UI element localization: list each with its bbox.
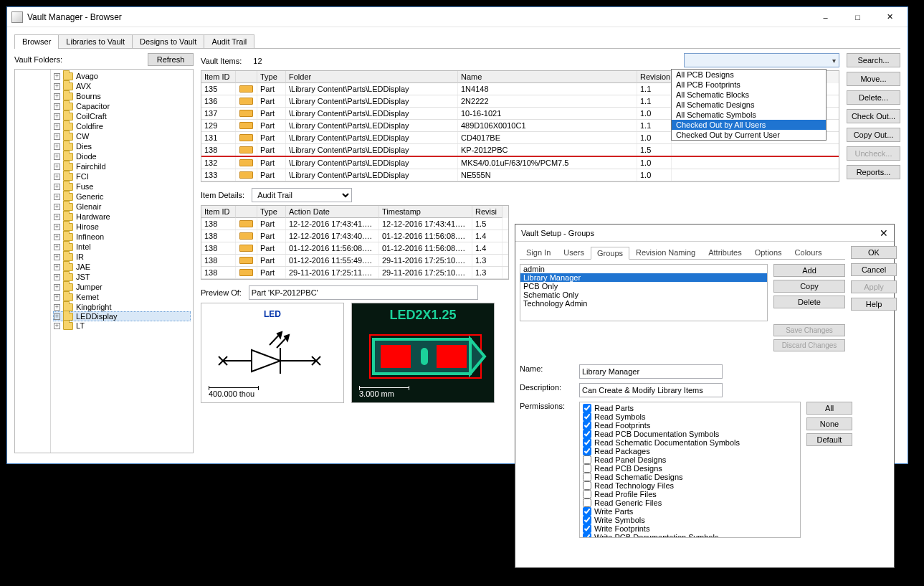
group-item[interactable]: PCB Only bbox=[520, 282, 767, 290]
dialog-tab-colours[interactable]: Colours bbox=[789, 246, 829, 259]
permission-checkbox[interactable] bbox=[583, 447, 591, 455]
dropdown-option[interactable]: All Schematic Designs bbox=[672, 100, 826, 110]
filter-dropdown[interactable]: All PCB DesignsAll PCB FootprintsAll Sch… bbox=[671, 69, 827, 141]
folder-item[interactable]: +Bourns bbox=[51, 91, 193, 101]
expand-icon[interactable]: + bbox=[54, 113, 60, 120]
dropdown-option[interactable]: Checked Out by Current User bbox=[672, 130, 826, 140]
expand-icon[interactable]: + bbox=[54, 264, 60, 270]
expand-icon[interactable]: + bbox=[54, 244, 60, 250]
folder-item[interactable]: +JST bbox=[51, 272, 193, 282]
permission-item[interactable]: Read Schematic Documentation Symbols bbox=[581, 438, 799, 447]
folder-item[interactable]: +Kemet bbox=[51, 292, 193, 302]
expand-icon[interactable]: + bbox=[54, 164, 60, 170]
dropdown-option[interactable]: All Schematic Symbols bbox=[672, 110, 826, 120]
audit-grid[interactable]: Item IDTypeAction DateTimestampRevisi 13… bbox=[201, 205, 509, 280]
groups-list[interactable]: adminLibrary ManagerPCB OnlySchematic On… bbox=[520, 264, 768, 321]
permission-checkbox[interactable] bbox=[583, 404, 591, 412]
expand-icon[interactable]: + bbox=[54, 304, 60, 311]
group-item[interactable]: admin bbox=[520, 265, 767, 273]
table-row[interactable]: 138Part01-12-2016 11:56:08.19601-12-2016… bbox=[201, 242, 508, 255]
expand-icon[interactable]: + bbox=[54, 274, 60, 280]
expand-icon[interactable]: + bbox=[54, 73, 60, 80]
tab-browser[interactable]: Browser bbox=[14, 34, 59, 48]
tab-designs-to-vault[interactable]: Designs to Vault bbox=[132, 34, 204, 48]
copy-out-button[interactable]: Copy Out... bbox=[847, 128, 900, 142]
folder-item[interactable]: +Intel bbox=[51, 242, 193, 252]
folder-item[interactable]: +Capacitor bbox=[51, 101, 193, 111]
permission-checkbox[interactable] bbox=[583, 533, 591, 538]
permission-item[interactable]: Write Parts bbox=[581, 507, 799, 516]
expand-icon[interactable]: + bbox=[54, 194, 60, 200]
column-header[interactable]: Name bbox=[458, 71, 637, 83]
table-row[interactable]: 138Part\Library Content\Parts\LEDDisplay… bbox=[201, 144, 839, 157]
permission-checkbox[interactable] bbox=[583, 498, 591, 507]
expand-icon[interactable]: + bbox=[54, 153, 60, 160]
group-desc-field[interactable] bbox=[579, 383, 723, 397]
table-row[interactable]: 138Part12-12-2016 17:43:40.94401-12-2016… bbox=[201, 230, 508, 242]
dialog-close-button[interactable]: ✕ bbox=[880, 227, 888, 239]
dropdown-option[interactable]: All PCB Designs bbox=[672, 70, 826, 80]
dialog-tab-revision-naming[interactable]: Revision Naming bbox=[629, 246, 702, 259]
expand-icon[interactable]: + bbox=[54, 103, 60, 110]
folder-item[interactable]: +Hirose bbox=[51, 222, 193, 232]
cancel-button[interactable]: Cancel bbox=[851, 263, 897, 276]
close-button[interactable]: ✕ bbox=[874, 8, 906, 27]
permission-item[interactable]: Read Footprints bbox=[581, 421, 799, 430]
refresh-button[interactable]: Refresh bbox=[148, 53, 194, 66]
permission-checkbox[interactable] bbox=[583, 412, 591, 421]
column-header[interactable]: Type bbox=[257, 71, 286, 83]
permission-checkbox[interactable] bbox=[583, 455, 591, 464]
permission-checkbox[interactable] bbox=[583, 516, 591, 524]
add-button[interactable]: Add bbox=[773, 264, 845, 277]
expand-icon[interactable]: + bbox=[54, 184, 60, 190]
tab-audit-trail[interactable]: Audit Trail bbox=[204, 34, 254, 48]
none-button[interactable]: None bbox=[806, 417, 852, 430]
folder-item[interactable]: +Generic bbox=[51, 192, 193, 202]
expand-icon[interactable]: + bbox=[54, 313, 60, 320]
expand-icon[interactable]: + bbox=[54, 254, 60, 260]
expand-icon[interactable]: + bbox=[54, 174, 60, 180]
permission-item[interactable]: Read Generic Files bbox=[581, 498, 799, 507]
folder-item[interactable]: +Kingbright bbox=[51, 302, 193, 312]
dropdown-option[interactable]: Checked Out by All Users bbox=[672, 120, 826, 130]
table-row[interactable]: 138Part12-12-2016 17:43:41.23012-12-2016… bbox=[201, 218, 508, 230]
copy-button[interactable]: Copy bbox=[773, 280, 845, 293]
table-row[interactable]: 132Part\Library Content\Parts\LEDDisplay… bbox=[201, 157, 839, 169]
dialog-tab-attributes[interactable]: Attributes bbox=[702, 246, 748, 259]
permission-item[interactable]: Read Profile Files bbox=[581, 490, 799, 498]
folder-item[interactable]: +Jumper bbox=[51, 282, 193, 292]
group-item[interactable]: Library Manager bbox=[520, 273, 767, 282]
move-button[interactable]: Move... bbox=[847, 72, 900, 86]
folder-item[interactable]: +Glenair bbox=[51, 202, 193, 212]
expand-icon[interactable]: + bbox=[54, 284, 60, 290]
folder-item[interactable]: +CW bbox=[51, 131, 193, 141]
reports-button[interactable]: Reports... bbox=[847, 165, 900, 179]
table-row[interactable]: 138Part01-12-2016 11:55:49.02729-11-2016… bbox=[201, 255, 508, 267]
permission-checkbox[interactable] bbox=[583, 464, 591, 473]
preview-of-field[interactable] bbox=[249, 285, 478, 300]
group-item[interactable]: Schematic Only bbox=[520, 290, 767, 299]
filter-combo[interactable]: ▾ bbox=[684, 53, 839, 67]
expand-icon[interactable]: + bbox=[54, 83, 60, 90]
help-button[interactable]: Help bbox=[851, 298, 897, 311]
check-out-button[interactable]: Check Out... bbox=[847, 109, 900, 123]
permission-item[interactable]: Read Schematic Designs bbox=[581, 473, 799, 481]
permission-checkbox[interactable] bbox=[583, 473, 591, 481]
permission-item[interactable]: Read Symbols bbox=[581, 412, 799, 421]
permission-item[interactable]: Read Parts bbox=[581, 404, 799, 412]
minimize-button[interactable]: – bbox=[809, 8, 842, 27]
permission-item[interactable]: Read Technology Files bbox=[581, 481, 799, 490]
ok-button[interactable]: OK bbox=[851, 246, 897, 259]
all-button[interactable]: All bbox=[806, 402, 852, 415]
folder-item[interactable]: +Dies bbox=[51, 141, 193, 151]
column-header[interactable]: Revision bbox=[637, 71, 672, 83]
dialog-tab-sign-in[interactable]: Sign In bbox=[520, 246, 557, 259]
expand-icon[interactable]: + bbox=[54, 123, 60, 130]
folder-tree[interactable]: +Avago+AVX+Bourns+Capacitor+CoilCraft+Co… bbox=[51, 70, 193, 453]
permission-checkbox[interactable] bbox=[583, 438, 591, 447]
column-header[interactable]: Revisi bbox=[472, 206, 503, 218]
expand-icon[interactable]: + bbox=[54, 93, 60, 100]
permission-item[interactable]: Write Footprints bbox=[581, 524, 799, 533]
folder-item[interactable]: +Infineon bbox=[51, 232, 193, 242]
folder-item[interactable]: +Diode bbox=[51, 151, 193, 161]
